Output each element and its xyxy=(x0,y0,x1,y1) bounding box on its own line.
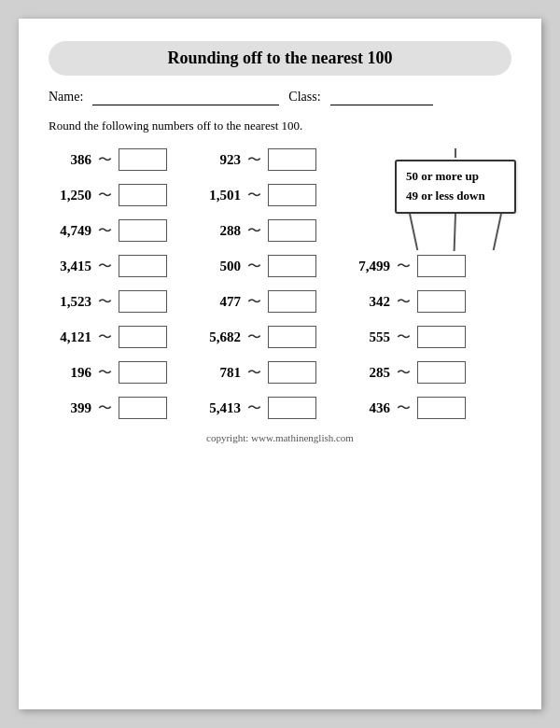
problem-1250: 1,250 〜 xyxy=(49,184,198,206)
number-1250: 1,250 xyxy=(49,188,91,203)
answer-3415[interactable] xyxy=(119,255,167,277)
class-input-line[interactable] xyxy=(330,89,433,105)
number-1523: 1,523 xyxy=(49,294,91,310)
problem-555: 555 〜 xyxy=(347,326,478,348)
answer-386[interactable] xyxy=(119,148,167,171)
answer-7499[interactable] xyxy=(417,255,466,277)
wavy-1501: 〜 xyxy=(247,187,261,204)
wavy-1250: 〜 xyxy=(98,187,112,204)
answer-477[interactable] xyxy=(268,290,316,313)
wavy-436: 〜 xyxy=(397,399,411,417)
wavy-7499: 〜 xyxy=(397,258,411,275)
wavy-781: 〜 xyxy=(247,364,261,382)
wavy-5413: 〜 xyxy=(247,399,261,417)
number-342: 342 xyxy=(347,294,390,310)
answer-288[interactable] xyxy=(268,219,316,242)
wavy-3415: 〜 xyxy=(98,258,112,275)
problem-row-5: 1,523 〜 477 〜 342 〜 xyxy=(49,290,511,313)
answer-1523[interactable] xyxy=(119,290,167,313)
answer-555[interactable] xyxy=(417,326,466,348)
problem-399: 399 〜 xyxy=(49,397,198,419)
answer-285[interactable] xyxy=(417,361,466,384)
easel-top-bar xyxy=(455,148,456,158)
answer-399[interactable] xyxy=(119,397,167,419)
easel: 50 or more up 49 or less down xyxy=(390,148,521,251)
wavy-555: 〜 xyxy=(397,329,411,346)
problem-row-8: 399 〜 5,413 〜 436 〜 xyxy=(49,397,511,419)
wavy-399: 〜 xyxy=(98,399,112,417)
number-4121: 4,121 xyxy=(49,329,91,345)
problem-row-6: 4,121 〜 5,682 〜 555 〜 xyxy=(49,326,511,348)
problem-288: 288 〜 xyxy=(198,219,347,242)
number-4749: 4,749 xyxy=(49,223,91,239)
problem-5413: 5,413 〜 xyxy=(198,397,347,419)
easel-line2: 49 or less down xyxy=(406,189,485,203)
wavy-4121: 〜 xyxy=(98,329,112,346)
page-title: Rounding off to the nearest 100 xyxy=(49,41,511,76)
answer-5682[interactable] xyxy=(268,326,316,348)
problem-342: 342 〜 xyxy=(347,290,478,313)
wavy-1523: 〜 xyxy=(98,293,112,311)
problem-436: 436 〜 xyxy=(347,397,478,419)
answer-1501[interactable] xyxy=(268,184,316,206)
easel-legs xyxy=(390,214,521,251)
answer-4749[interactable] xyxy=(119,219,167,242)
answer-500[interactable] xyxy=(268,255,316,277)
name-class-row: Name: Class: xyxy=(49,89,511,105)
problem-781: 781 〜 xyxy=(198,361,347,384)
easel-leg-center xyxy=(454,214,456,251)
number-923: 923 xyxy=(198,152,241,168)
wavy-477: 〜 xyxy=(247,293,261,311)
number-500: 500 xyxy=(198,259,241,274)
number-477: 477 xyxy=(198,294,241,310)
wavy-342: 〜 xyxy=(397,293,411,311)
wavy-386: 〜 xyxy=(98,151,112,169)
easel-board: 50 or more up 49 or less down xyxy=(395,160,516,214)
easel-line1: 50 or more up xyxy=(406,169,479,183)
problem-923: 923 〜 xyxy=(198,148,347,171)
number-781: 781 xyxy=(198,365,241,381)
name-input-line[interactable] xyxy=(92,89,279,105)
problem-500: 500 〜 xyxy=(198,255,347,277)
wavy-288: 〜 xyxy=(247,222,261,240)
problem-477: 477 〜 xyxy=(198,290,347,313)
answer-923[interactable] xyxy=(268,148,316,171)
problem-row-7: 196 〜 781 〜 285 〜 xyxy=(49,361,511,384)
worksheet-page: Rounding off to the nearest 100 Name: Cl… xyxy=(19,19,541,709)
number-386: 386 xyxy=(49,152,91,168)
easel-leg-left xyxy=(409,213,418,250)
answer-196[interactable] xyxy=(119,361,167,384)
problem-386: 386 〜 xyxy=(49,148,198,171)
number-399: 399 xyxy=(49,400,91,416)
problem-5682: 5,682 〜 xyxy=(198,326,347,348)
number-555: 555 xyxy=(347,329,390,345)
answer-781[interactable] xyxy=(268,361,316,384)
wavy-196: 〜 xyxy=(98,364,112,382)
instruction-text: Round the following numbers off to the n… xyxy=(49,119,511,133)
answer-342[interactable] xyxy=(417,290,466,313)
number-5413: 5,413 xyxy=(198,400,241,416)
wavy-500: 〜 xyxy=(247,258,261,275)
copyright-text: copyright: www.mathinenglish.com xyxy=(49,432,511,443)
answer-4121[interactable] xyxy=(119,326,167,348)
answer-5413[interactable] xyxy=(268,397,316,419)
number-436: 436 xyxy=(347,400,390,416)
problem-1523: 1,523 〜 xyxy=(49,290,198,313)
easel-leg-right xyxy=(493,213,502,250)
problem-1501: 1,501 〜 xyxy=(198,184,347,206)
number-7499: 7,499 xyxy=(347,259,390,274)
easel-top xyxy=(390,148,521,158)
wavy-923: 〜 xyxy=(247,151,261,169)
class-label: Class: xyxy=(288,90,320,105)
number-196: 196 xyxy=(49,365,91,381)
problem-7499: 7,499 〜 xyxy=(347,255,478,277)
problems-area: 50 or more up 49 or less down 386 〜 923 … xyxy=(49,148,511,419)
wavy-5682: 〜 xyxy=(247,329,261,346)
number-285: 285 xyxy=(347,365,390,381)
problem-285: 285 〜 xyxy=(347,361,478,384)
name-label: Name: xyxy=(49,90,83,105)
problem-4121: 4,121 〜 xyxy=(49,326,198,348)
answer-1250[interactable] xyxy=(119,184,167,206)
problem-row-4: 3,415 〜 500 〜 7,499 〜 xyxy=(49,255,511,277)
answer-436[interactable] xyxy=(417,397,466,419)
